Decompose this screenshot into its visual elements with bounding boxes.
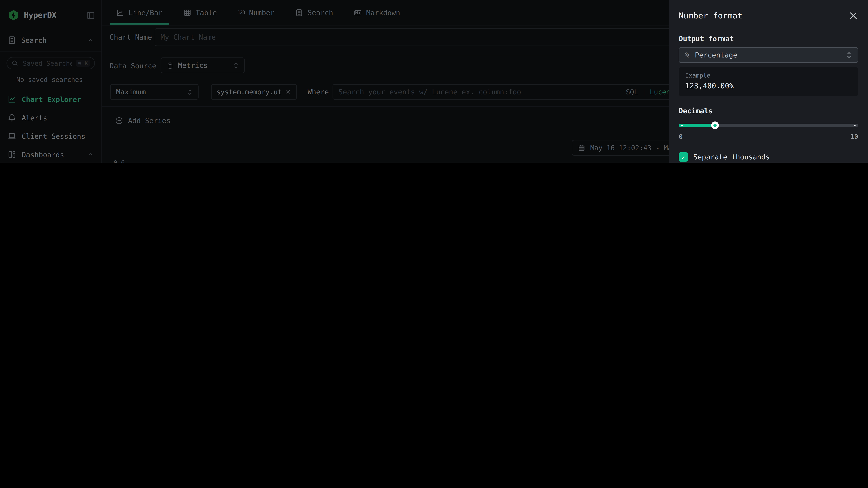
slider-fill xyxy=(679,124,715,127)
checkbox-checked-icon[interactable] xyxy=(679,152,688,162)
slider-min-dot xyxy=(681,125,683,126)
slider-min-label: 0 xyxy=(679,133,683,140)
close-icon[interactable] xyxy=(848,11,858,21)
panel-header: Number format xyxy=(679,10,858,22)
output-format-label: Output format xyxy=(679,35,858,43)
percent-icon: % xyxy=(685,51,689,59)
select-chevrons-icon xyxy=(846,52,852,59)
slider-thumb[interactable] xyxy=(711,122,719,129)
output-format-value: Percentage xyxy=(695,51,841,59)
panel-title: Number format xyxy=(679,11,742,21)
separate-thousands-label: Separate thousands xyxy=(693,153,770,161)
slider-max-dot xyxy=(854,125,856,126)
number-format-panel: Number format Output format % Percentage… xyxy=(669,0,868,163)
example-value: 123,400.00% xyxy=(685,81,852,90)
example-label: Example xyxy=(685,72,852,79)
app-window: HyperDX Search xyxy=(0,0,868,163)
slider-scale: 0 10 xyxy=(679,133,858,140)
decimals-label: Decimals xyxy=(679,107,858,115)
slider-max-label: 10 xyxy=(850,133,858,140)
format-example-box: Example 123,400.00% xyxy=(679,67,858,96)
decimals-slider[interactable] xyxy=(679,122,858,129)
modal-backdrop[interactable] xyxy=(0,0,669,163)
output-format-select[interactable]: % Percentage xyxy=(679,47,858,63)
separate-thousands-row[interactable]: Separate thousands xyxy=(679,152,858,162)
